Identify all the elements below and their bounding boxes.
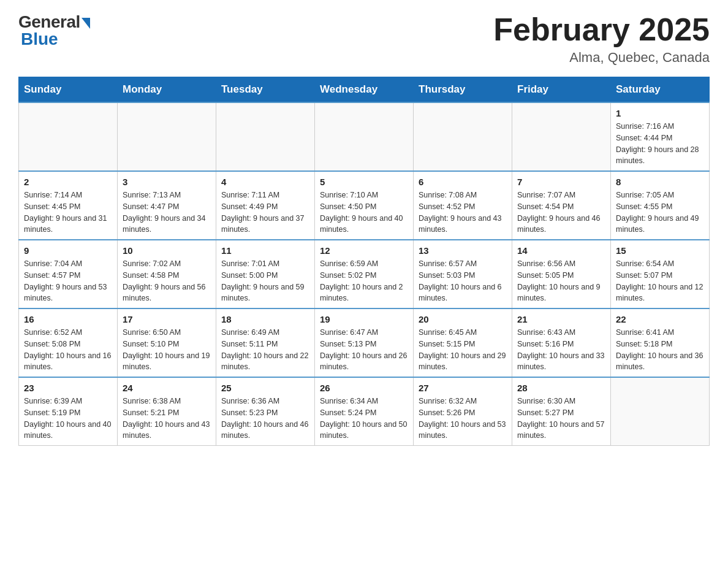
day-number: 18 [221, 314, 309, 324]
calendar-day-cell: 26Sunrise: 6:34 AMSunset: 5:24 PMDayligh… [315, 377, 414, 446]
day-number: 27 [419, 383, 507, 393]
day-info: Sunrise: 6:36 AMSunset: 5:23 PMDaylight:… [221, 396, 309, 442]
calendar-day-cell: 4Sunrise: 7:11 AMSunset: 4:49 PMDaylight… [216, 171, 315, 240]
calendar-day-cell: 9Sunrise: 7:04 AMSunset: 4:57 PMDaylight… [19, 240, 118, 308]
day-number: 19 [320, 314, 408, 324]
location-title: Alma, Quebec, Canada [493, 50, 710, 66]
day-info: Sunrise: 6:45 AMSunset: 5:15 PMDaylight:… [419, 327, 507, 373]
calendar-day-cell: 12Sunrise: 6:59 AMSunset: 5:02 PMDayligh… [315, 240, 414, 308]
day-info: Sunrise: 6:50 AMSunset: 5:10 PMDaylight:… [123, 327, 211, 373]
day-info: Sunrise: 7:11 AMSunset: 4:49 PMDaylight:… [221, 190, 309, 236]
calendar-day-cell: 11Sunrise: 7:01 AMSunset: 5:00 PMDayligh… [216, 240, 315, 308]
day-info: Sunrise: 7:16 AMSunset: 4:44 PMDaylight:… [616, 121, 704, 167]
calendar-week-row: 1Sunrise: 7:16 AMSunset: 4:44 PMDaylight… [19, 102, 710, 171]
calendar-day-cell: 20Sunrise: 6:45 AMSunset: 5:15 PMDayligh… [414, 308, 512, 377]
day-number: 12 [320, 245, 408, 256]
title-block: February 2025 Alma, Quebec, Canada [493, 12, 710, 66]
calendar-day-cell: 2Sunrise: 7:14 AMSunset: 4:45 PMDaylight… [19, 171, 118, 240]
calendar-day-cell: 5Sunrise: 7:10 AMSunset: 4:50 PMDaylight… [315, 171, 414, 240]
calendar-day-cell [611, 377, 710, 446]
day-number: 22 [616, 314, 704, 324]
calendar-day-cell [512, 102, 611, 171]
calendar-week-row: 2Sunrise: 7:14 AMSunset: 4:45 PMDaylight… [19, 171, 710, 240]
calendar-day-cell: 25Sunrise: 6:36 AMSunset: 5:23 PMDayligh… [216, 377, 315, 446]
calendar-day-cell [19, 102, 118, 171]
day-number: 1 [616, 108, 704, 118]
day-number: 2 [24, 177, 112, 187]
day-number: 9 [24, 245, 112, 256]
day-info: Sunrise: 6:59 AMSunset: 5:02 PMDaylight:… [320, 258, 408, 304]
calendar-day-cell: 6Sunrise: 7:08 AMSunset: 4:52 PMDaylight… [414, 171, 512, 240]
day-info: Sunrise: 6:39 AMSunset: 5:19 PMDaylight:… [24, 396, 112, 442]
day-info: Sunrise: 6:57 AMSunset: 5:03 PMDaylight:… [419, 258, 507, 304]
day-info: Sunrise: 7:13 AMSunset: 4:47 PMDaylight:… [123, 190, 211, 236]
day-number: 21 [517, 314, 605, 324]
day-number: 28 [517, 383, 605, 393]
day-number: 25 [221, 383, 309, 393]
calendar-day-cell [216, 102, 315, 171]
calendar-day-cell [315, 102, 414, 171]
day-number: 16 [24, 314, 112, 324]
day-number: 4 [221, 177, 309, 187]
page-header: General Blue February 2025 Alma, Quebec,… [18, 12, 710, 66]
calendar-day-cell: 17Sunrise: 6:50 AMSunset: 5:10 PMDayligh… [118, 308, 216, 377]
day-info: Sunrise: 6:49 AMSunset: 5:11 PMDaylight:… [221, 327, 309, 373]
day-info: Sunrise: 6:34 AMSunset: 5:24 PMDaylight:… [320, 396, 408, 442]
calendar-day-header: Sunday [19, 77, 118, 103]
day-number: 20 [419, 314, 507, 324]
day-info: Sunrise: 6:43 AMSunset: 5:16 PMDaylight:… [517, 327, 605, 373]
calendar-day-cell: 21Sunrise: 6:43 AMSunset: 5:16 PMDayligh… [512, 308, 611, 377]
day-info: Sunrise: 6:47 AMSunset: 5:13 PMDaylight:… [320, 327, 408, 373]
day-info: Sunrise: 7:14 AMSunset: 4:45 PMDaylight:… [24, 190, 112, 236]
day-info: Sunrise: 7:02 AMSunset: 4:58 PMDaylight:… [123, 258, 211, 304]
calendar-week-row: 16Sunrise: 6:52 AMSunset: 5:08 PMDayligh… [19, 308, 710, 377]
calendar-day-cell: 18Sunrise: 6:49 AMSunset: 5:11 PMDayligh… [216, 308, 315, 377]
logo-arrow-icon [82, 18, 90, 29]
calendar-day-header: Saturday [611, 77, 710, 103]
day-number: 13 [419, 245, 507, 256]
calendar-day-header: Wednesday [315, 77, 414, 103]
calendar-day-header: Monday [118, 77, 216, 103]
day-info: Sunrise: 7:05 AMSunset: 4:55 PMDaylight:… [616, 190, 704, 236]
day-number: 3 [123, 177, 211, 187]
day-number: 8 [616, 177, 704, 187]
day-info: Sunrise: 7:10 AMSunset: 4:50 PMDaylight:… [320, 190, 408, 236]
calendar-day-cell: 22Sunrise: 6:41 AMSunset: 5:18 PMDayligh… [611, 308, 710, 377]
calendar-day-cell: 28Sunrise: 6:30 AMSunset: 5:27 PMDayligh… [512, 377, 611, 446]
calendar-day-cell [118, 102, 216, 171]
day-number: 17 [123, 314, 211, 324]
day-number: 7 [517, 177, 605, 187]
logo-blue-text: Blue [21, 29, 58, 49]
day-info: Sunrise: 6:54 AMSunset: 5:07 PMDaylight:… [616, 258, 704, 304]
day-number: 6 [419, 177, 507, 187]
calendar-day-cell: 19Sunrise: 6:47 AMSunset: 5:13 PMDayligh… [315, 308, 414, 377]
calendar-day-cell: 10Sunrise: 7:02 AMSunset: 4:58 PMDayligh… [118, 240, 216, 308]
day-info: Sunrise: 7:01 AMSunset: 5:00 PMDaylight:… [221, 258, 309, 304]
calendar-week-row: 23Sunrise: 6:39 AMSunset: 5:19 PMDayligh… [19, 377, 710, 446]
day-info: Sunrise: 6:41 AMSunset: 5:18 PMDaylight:… [616, 327, 704, 373]
logo: General Blue [18, 12, 90, 49]
calendar-day-cell: 15Sunrise: 6:54 AMSunset: 5:07 PMDayligh… [611, 240, 710, 308]
calendar-day-cell: 3Sunrise: 7:13 AMSunset: 4:47 PMDaylight… [118, 171, 216, 240]
day-info: Sunrise: 6:30 AMSunset: 5:27 PMDaylight:… [517, 396, 605, 442]
day-info: Sunrise: 6:38 AMSunset: 5:21 PMDaylight:… [123, 396, 211, 442]
day-number: 10 [123, 245, 211, 256]
calendar-day-header: Friday [512, 77, 611, 103]
calendar-header-row: SundayMondayTuesdayWednesdayThursdayFrid… [19, 77, 710, 103]
calendar-day-cell [414, 102, 512, 171]
calendar-day-cell: 23Sunrise: 6:39 AMSunset: 5:19 PMDayligh… [19, 377, 118, 446]
day-number: 24 [123, 383, 211, 393]
calendar-day-cell: 7Sunrise: 7:07 AMSunset: 4:54 PMDaylight… [512, 171, 611, 240]
day-number: 11 [221, 245, 309, 256]
day-number: 15 [616, 245, 704, 256]
calendar-day-cell: 1Sunrise: 7:16 AMSunset: 4:44 PMDaylight… [611, 102, 710, 171]
day-info: Sunrise: 6:56 AMSunset: 5:05 PMDaylight:… [517, 258, 605, 304]
calendar-day-header: Tuesday [216, 77, 315, 103]
calendar-table: SundayMondayTuesdayWednesdayThursdayFrid… [18, 77, 710, 446]
calendar-body: 1Sunrise: 7:16 AMSunset: 4:44 PMDaylight… [19, 102, 710, 446]
calendar-day-header: Thursday [414, 77, 512, 103]
calendar-day-cell: 8Sunrise: 7:05 AMSunset: 4:55 PMDaylight… [611, 171, 710, 240]
day-number: 14 [517, 245, 605, 256]
calendar-week-row: 9Sunrise: 7:04 AMSunset: 4:57 PMDaylight… [19, 240, 710, 308]
calendar-day-cell: 13Sunrise: 6:57 AMSunset: 5:03 PMDayligh… [414, 240, 512, 308]
